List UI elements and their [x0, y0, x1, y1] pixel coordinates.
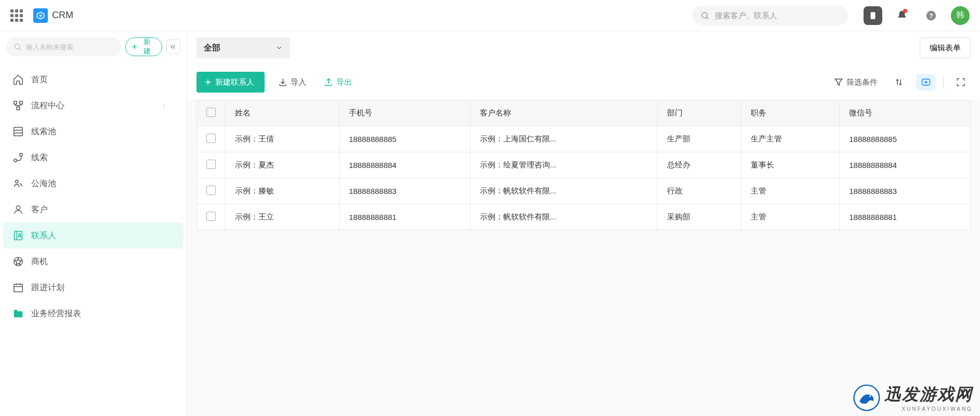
sidebar-item-leads[interactable]: 线索 — [3, 145, 184, 171]
fullscreen-button[interactable] — [951, 74, 971, 90]
sidebar-item-label: 跟进计划 — [31, 282, 64, 293]
cell-wechat: 18888888884 — [840, 152, 971, 178]
home-icon — [12, 74, 24, 85]
topbar: CRM ? 韩 — [0, 0, 980, 31]
svg-rect-11 — [14, 101, 17, 105]
import-button[interactable]: 导入 — [274, 72, 310, 93]
col-header[interactable]: 姓名 — [226, 100, 339, 126]
sidebar-item-publicpool[interactable]: 公海池 — [3, 171, 184, 197]
cell-title: 生产主管 — [741, 126, 840, 152]
filter-label: 筛选条件 — [846, 77, 878, 87]
cell-name: 示例：夏杰 — [226, 152, 339, 178]
global-search-input[interactable] — [715, 11, 840, 20]
search-icon — [700, 11, 710, 20]
row-checkbox[interactable] — [206, 134, 216, 143]
sidebar-item-workflow[interactable]: 流程中心 — [3, 93, 184, 119]
cell-dept: 总经办 — [658, 152, 741, 178]
sidebar-item-label: 公海池 — [31, 178, 56, 189]
sort-icon — [894, 77, 904, 87]
svg-rect-39 — [922, 79, 930, 85]
import-icon — [278, 77, 288, 87]
sidebar-item-opportunity[interactable]: 商机 — [3, 249, 184, 275]
user-avatar[interactable]: 韩 — [951, 6, 970, 25]
sidebar-item-label: 线索 — [31, 152, 48, 163]
main-content: 全部 编辑表单 新建联系人 导入 导出 筛选条件 — [187, 31, 980, 416]
sidebar-item-contacts[interactable]: 联系人 — [3, 223, 184, 249]
contacts-table: 姓名 手机号 客户名称 部门 职务 微信号 示例：王倩18888888885示例… — [197, 100, 971, 230]
chevron-right-icon — [161, 102, 167, 109]
fullscreen-icon — [956, 77, 965, 87]
export-icon — [324, 77, 333, 87]
row-checkbox[interactable] — [206, 212, 216, 221]
cell-wechat: 18888888881 — [840, 204, 971, 230]
row-checkbox[interactable] — [206, 160, 216, 169]
svg-line-3 — [707, 17, 708, 19]
filter-button[interactable]: 筛选条件 — [830, 72, 882, 93]
sidebar-item-reports[interactable]: 业务经营报表 — [3, 301, 184, 327]
target-icon — [12, 256, 24, 267]
edit-form-button[interactable]: 编辑表单 — [920, 37, 971, 58]
sidebar-item-leadpool[interactable]: 线索池 — [3, 119, 184, 145]
col-header[interactable]: 部门 — [658, 100, 741, 126]
row-checkbox[interactable] — [206, 186, 216, 195]
workflow-icon — [12, 100, 24, 111]
col-header[interactable]: 微信号 — [840, 100, 971, 126]
chevron-double-left-icon — [169, 43, 177, 50]
export-label: 导出 — [336, 77, 352, 87]
docs-icon[interactable] — [864, 6, 882, 25]
svg-point-42 — [869, 395, 871, 397]
view-selector[interactable]: 全部 — [197, 37, 290, 58]
cell-dept: 采购部 — [658, 204, 741, 230]
cell-title: 主管 — [741, 178, 840, 204]
cell-customer: 示例：上海国仁有限... — [470, 126, 658, 152]
sidebar-item-customers[interactable]: 客户 — [3, 197, 184, 223]
sidebar-item-label: 首页 — [31, 74, 48, 85]
cell-name: 示例：王倩 — [226, 126, 339, 152]
svg-point-20 — [20, 153, 23, 157]
sidebar-item-label: 流程中心 — [31, 100, 64, 111]
sidebar-item-followup[interactable]: 跟进计划 — [3, 275, 184, 301]
new-button[interactable]: 新建 — [125, 37, 162, 56]
sort-button[interactable] — [889, 74, 909, 90]
app-logo — [33, 8, 48, 23]
sidebar-search-input[interactable] — [26, 43, 114, 51]
card-view-button[interactable] — [916, 74, 936, 90]
table-row[interactable]: 示例：滕敏18888888883示例：帆软软件有限...行政主管18888888… — [197, 178, 971, 204]
new-contact-button[interactable]: 新建联系人 — [197, 72, 265, 93]
sidebar-item-label: 线索池 — [31, 126, 56, 137]
app-title: CRM — [52, 10, 73, 21]
sidebar-item-label: 客户 — [31, 204, 48, 215]
dragon-icon — [853, 384, 880, 411]
svg-point-7 — [15, 44, 20, 49]
svg-point-40 — [925, 81, 926, 83]
col-header[interactable]: 职务 — [741, 100, 840, 126]
cell-phone: 18888888881 — [339, 204, 470, 230]
watermark-title: 迅发游戏网 — [884, 383, 973, 406]
cell-customer: 示例：绘夏管理咨询... — [470, 152, 658, 178]
sidebar-search[interactable] — [6, 37, 121, 56]
col-header[interactable]: 手机号 — [339, 100, 470, 126]
collapse-sidebar-button[interactable] — [166, 40, 180, 54]
svg-point-21 — [16, 180, 19, 184]
table-row[interactable]: 示例：王立18888888881示例：帆软软件有限...采购部主管1888888… — [197, 204, 971, 230]
plus-icon — [131, 43, 138, 50]
apps-grid-icon[interactable] — [10, 9, 23, 22]
select-all-checkbox[interactable] — [206, 108, 216, 117]
export-button[interactable]: 导出 — [320, 72, 356, 93]
sidebar-item-home[interactable]: 首页 — [3, 67, 184, 93]
route-icon — [12, 152, 24, 163]
sidebar-item-label: 业务经营报表 — [31, 308, 81, 319]
sidebar-item-label: 联系人 — [31, 230, 56, 241]
help-icon[interactable]: ? — [922, 6, 940, 25]
notifications-icon[interactable] — [893, 6, 911, 25]
table-row[interactable]: 示例：夏杰18888888884示例：绘夏管理咨询...总经办董事长188888… — [197, 152, 971, 178]
cell-name: 示例：王立 — [226, 204, 339, 230]
global-search[interactable] — [692, 6, 848, 25]
svg-point-25 — [19, 233, 21, 236]
table-row[interactable]: 示例：王倩18888888885示例：上海国仁有限...生产部生产主管18888… — [197, 126, 971, 152]
col-header[interactable]: 客户名称 — [470, 100, 658, 126]
divider — [943, 76, 944, 88]
cell-title: 董事长 — [741, 152, 840, 178]
cell-dept: 生产部 — [658, 126, 741, 152]
svg-rect-13 — [17, 107, 20, 110]
